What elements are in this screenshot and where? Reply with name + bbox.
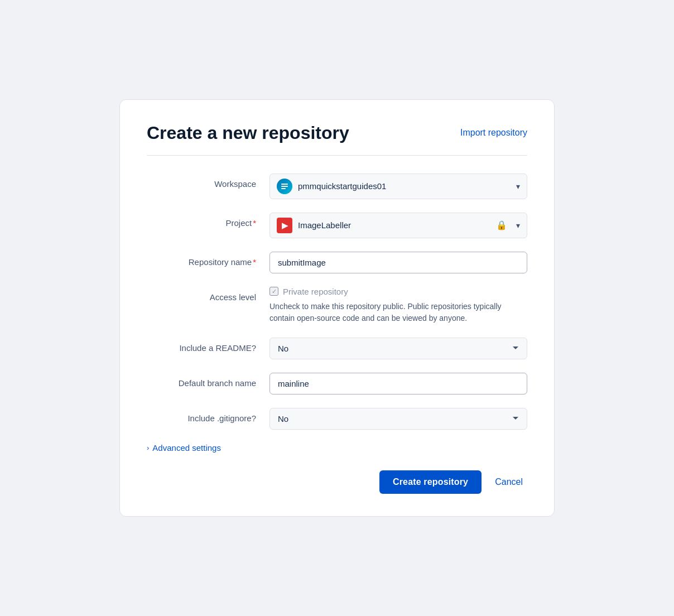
repo-name-row: Repository name* [147, 252, 527, 273]
create-repository-dialog: Create a new repository Import repositor… [119, 99, 555, 516]
project-value: ImageLabeller [298, 220, 351, 230]
project-label: Project* [147, 213, 269, 228]
import-repository-link[interactable]: Import repository [460, 128, 527, 138]
workspace-icon [277, 179, 292, 194]
workspace-control: pmmquickstartguides01 ▾ [269, 174, 527, 199]
readme-label: Include a README? [147, 338, 269, 353]
workspace-value: pmmquickstartguides01 [298, 181, 386, 191]
svg-rect-0 [281, 184, 288, 185]
repo-name-label: Repository name* [147, 252, 269, 267]
project-chevron-icon: ▾ [516, 221, 520, 230]
workspace-row: Workspace pmmquickstartguides01 ▾ [147, 174, 527, 199]
access-level-control: ✓ Private repository Uncheck to make thi… [269, 287, 527, 324]
header-divider [147, 155, 527, 156]
cancel-button[interactable]: Cancel [490, 470, 527, 494]
repo-name-required: * [253, 257, 256, 267]
private-repo-checkbox-row: ✓ Private repository [269, 287, 527, 296]
advanced-settings-link[interactable]: › Advanced settings [147, 443, 527, 453]
dialog-header: Create a new repository Import repositor… [147, 122, 527, 143]
repo-name-input[interactable] [269, 252, 527, 273]
access-level-label: Access level [147, 287, 269, 302]
gitignore-label: Include .gitignore? [147, 408, 269, 423]
create-repository-button[interactable]: Create repository [379, 470, 482, 494]
project-control: ▶ ImageLabeller 🔒 ▾ [269, 213, 527, 238]
private-repo-label: Private repository [283, 287, 348, 296]
lock-icon: 🔒 [496, 220, 507, 230]
svg-rect-1 [281, 186, 288, 187]
readme-row: Include a README? No Yes [147, 338, 527, 359]
form-footer: Create repository Cancel [147, 470, 527, 494]
default-branch-label: Default branch name [147, 373, 269, 388]
advanced-chevron-icon: › [147, 444, 149, 452]
default-branch-input[interactable] [269, 373, 527, 394]
checkbox-check-icon: ✓ [272, 288, 277, 295]
project-icon: ▶ [277, 218, 292, 233]
gitignore-control: No Yes [269, 408, 527, 430]
default-branch-control [269, 373, 527, 394]
project-row: Project* ▶ ImageLabeller 🔒 ▾ [147, 213, 527, 238]
readme-control: No Yes [269, 338, 527, 359]
workspace-chevron-icon: ▾ [516, 182, 520, 191]
svg-rect-2 [281, 188, 286, 189]
readme-select[interactable]: No Yes [269, 338, 527, 359]
advanced-settings-label: Advanced settings [152, 443, 221, 453]
workspace-label: Workspace [147, 174, 269, 189]
project-select[interactable]: ▶ ImageLabeller 🔒 ▾ [269, 213, 527, 238]
workspace-select[interactable]: pmmquickstartguides01 ▾ [269, 174, 527, 199]
page-title: Create a new repository [147, 122, 349, 143]
project-required: * [253, 218, 256, 228]
access-level-row: Access level ✓ Private repository Unchec… [147, 287, 527, 324]
default-branch-row: Default branch name [147, 373, 527, 394]
private-repo-checkbox[interactable]: ✓ [269, 287, 278, 296]
gitignore-row: Include .gitignore? No Yes [147, 408, 527, 430]
gitignore-select[interactable]: No Yes [269, 408, 527, 430]
access-description: Uncheck to make this repository public. … [269, 301, 515, 324]
repo-name-control [269, 252, 527, 273]
